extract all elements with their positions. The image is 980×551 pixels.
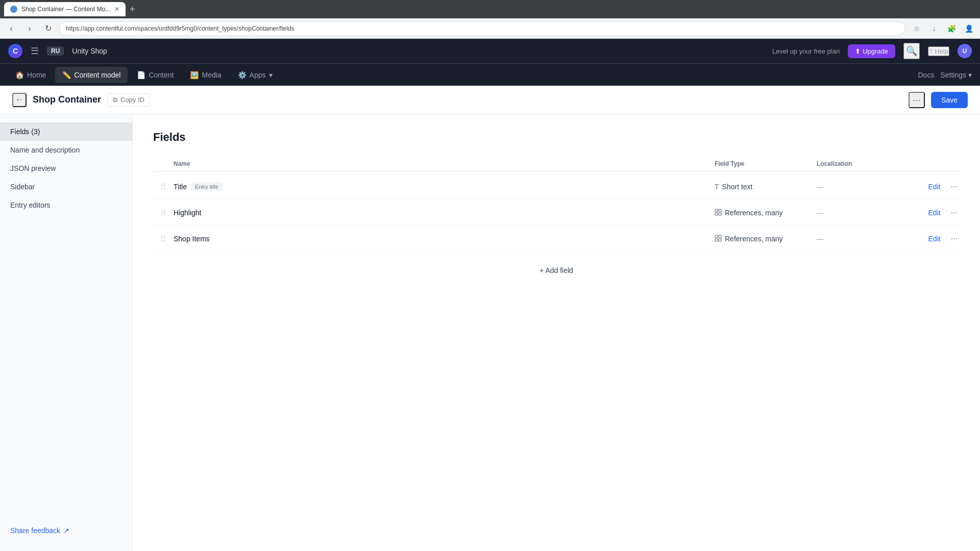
external-link-icon: ↗ xyxy=(63,527,69,535)
nav-item-content-model[interactable]: ✏️ Content model xyxy=(55,67,128,83)
save-button[interactable]: Save xyxy=(931,92,968,108)
fields-title: Fields xyxy=(153,131,960,144)
add-field-row: + Add field xyxy=(153,252,960,289)
back-navigation-button[interactable]: ← xyxy=(12,93,27,107)
field-localization-shop-items: — xyxy=(817,235,909,243)
field-localization-highlight: — xyxy=(817,209,909,217)
edit-button-shop-items[interactable]: Edit xyxy=(924,233,945,245)
bookmark-button[interactable]: ☆ xyxy=(910,21,924,36)
share-feedback-label: Share feedback xyxy=(10,527,60,535)
nav-item-media[interactable]: 🖼️ Media xyxy=(183,67,228,83)
table-row: ⠿ Title Entry title T Short text — Edit xyxy=(153,174,960,200)
kebab-menu-title[interactable]: ··· xyxy=(949,180,960,193)
field-actions-highlight: Edit ··· xyxy=(909,206,960,219)
edit-button-title[interactable]: Edit xyxy=(924,181,945,193)
svg-rect-2 xyxy=(715,213,718,215)
nav-item-content[interactable]: 📄 Content xyxy=(130,67,181,83)
more-options-button[interactable]: ··· xyxy=(909,92,925,108)
sidebar-item-fields[interactable]: Fields (3) xyxy=(0,122,132,141)
top-nav: C ☰ RU Unity Shop Level up your free pla… xyxy=(0,39,980,63)
settings-chevron-icon: ▾ xyxy=(968,71,972,79)
nav-item-home[interactable]: 🏠 Home xyxy=(8,67,53,83)
upgrade-button[interactable]: ⬆ Upgrade xyxy=(848,44,895,58)
drag-handle[interactable]: ⠿ xyxy=(153,234,174,244)
fields-table-header: Name Field Type Localization xyxy=(153,156,960,172)
browser-chrome: Shop Container — Content Mo... ✕ + xyxy=(0,0,980,18)
field-type-highlight: References, many xyxy=(715,209,817,217)
browser-actions: ☆ ↓ 🧩 👤 xyxy=(910,21,976,36)
field-type-title: T Short text xyxy=(715,183,817,191)
page-header: ← Shop Container ⧉ Copy ID ··· Save xyxy=(0,86,980,114)
drag-handle[interactable]: ⠿ xyxy=(153,182,174,192)
upgrade-icon: ⬆ xyxy=(855,47,861,55)
sidebar: Fields (3) Name and description JSON pre… xyxy=(0,114,133,551)
share-feedback-link[interactable]: Share feedback ↗ xyxy=(0,518,132,543)
field-localization-title: — xyxy=(817,183,909,191)
field-actions-title: Edit ··· xyxy=(909,180,960,193)
svg-rect-7 xyxy=(719,239,721,241)
add-field-button[interactable]: + Add field xyxy=(531,262,581,279)
page-title: Shop Container xyxy=(33,94,101,105)
search-button[interactable]: 🔍 xyxy=(903,43,920,59)
app-logo: C xyxy=(8,44,22,58)
field-name-title: Title Entry title xyxy=(174,183,715,191)
address-bar[interactable]: https://app.contentful.com/spaces/urdfdd… xyxy=(59,21,905,36)
avatar[interactable]: U xyxy=(958,44,972,58)
col-header-localization: Localization xyxy=(817,160,909,167)
edit-button-highlight[interactable]: Edit xyxy=(924,207,945,219)
copy-id-button[interactable]: ⧉ Copy ID xyxy=(107,93,150,107)
back-button[interactable]: ‹ xyxy=(4,21,18,36)
field-name-shop-items: Shop Items xyxy=(174,235,715,243)
url-text: https://app.contentful.com/spaces/urdfdd… xyxy=(66,25,295,32)
secondary-nav-right: Docs Settings ▾ xyxy=(918,71,972,79)
tab-favicon xyxy=(10,6,17,13)
sidebar-item-json-preview[interactable]: JSON preview xyxy=(0,159,132,178)
drag-dots-icon: ⠿ xyxy=(160,182,166,192)
kebab-menu-shop-items[interactable]: ··· xyxy=(949,232,960,245)
main-layout: Fields (3) Name and description JSON pre… xyxy=(0,114,980,551)
extensions-button[interactable]: 🧩 xyxy=(944,21,959,36)
tab-title: Shop Container — Content Mo... xyxy=(21,6,110,13)
apps-chevron-icon: ▾ xyxy=(269,71,273,79)
sidebar-item-sidebar[interactable]: Sidebar xyxy=(0,178,132,196)
tab-close-button[interactable]: ✕ xyxy=(114,6,119,13)
svg-rect-4 xyxy=(715,235,718,238)
sidebar-item-entry-editors[interactable]: Entry editors xyxy=(0,196,132,214)
text-type-icon: T xyxy=(715,183,719,191)
field-name-highlight: Highlight xyxy=(174,209,715,217)
reload-button[interactable]: ↻ xyxy=(41,21,55,36)
drag-dots-icon: ⠿ xyxy=(160,208,166,218)
ref-type-icon-2 xyxy=(715,235,722,243)
content-icon: 📄 xyxy=(137,71,145,79)
download-button[interactable]: ↓ xyxy=(927,21,941,36)
field-actions-shop-items: Edit ··· xyxy=(909,232,960,245)
browser-toolbar: ‹ › ↻ https://app.contentful.com/spaces/… xyxy=(0,18,980,39)
nav-item-apps[interactable]: ⚙️ Apps ▾ xyxy=(231,67,280,83)
kebab-menu-highlight[interactable]: ··· xyxy=(949,206,960,219)
profile-button[interactable]: 👤 xyxy=(962,21,976,36)
content-model-icon: ✏️ xyxy=(62,71,71,79)
app: C ☰ RU Unity Shop Level up your free pla… xyxy=(0,39,980,551)
sidebar-item-name-description[interactable]: Name and description xyxy=(0,141,132,159)
back-arrow-icon: ← xyxy=(15,94,24,105)
col-header-field-type: Field Type xyxy=(715,160,817,167)
hamburger-menu[interactable]: ☰ xyxy=(31,45,39,57)
workspace-name: Unity Shop xyxy=(72,47,107,55)
help-button[interactable]: ? Help xyxy=(928,46,949,56)
browser-tab[interactable]: Shop Container — Content Mo... ✕ xyxy=(4,2,126,16)
entry-title-badge: Entry title xyxy=(191,183,223,191)
svg-rect-6 xyxy=(715,239,718,241)
svg-rect-3 xyxy=(719,213,721,215)
field-type-shop-items: References, many xyxy=(715,235,817,243)
ref-type-icon xyxy=(715,209,722,217)
svg-rect-1 xyxy=(719,209,721,212)
docs-link[interactable]: Docs xyxy=(918,71,935,79)
drag-handle[interactable]: ⠿ xyxy=(153,208,174,218)
new-tab-button[interactable]: + xyxy=(130,4,135,15)
media-icon: 🖼️ xyxy=(190,71,199,79)
forward-button[interactable]: › xyxy=(22,21,37,36)
apps-icon: ⚙️ xyxy=(238,71,247,79)
table-row: ⠿ Shop Items xyxy=(153,226,960,252)
settings-button[interactable]: Settings ▾ xyxy=(940,71,972,79)
svg-rect-5 xyxy=(719,235,721,238)
